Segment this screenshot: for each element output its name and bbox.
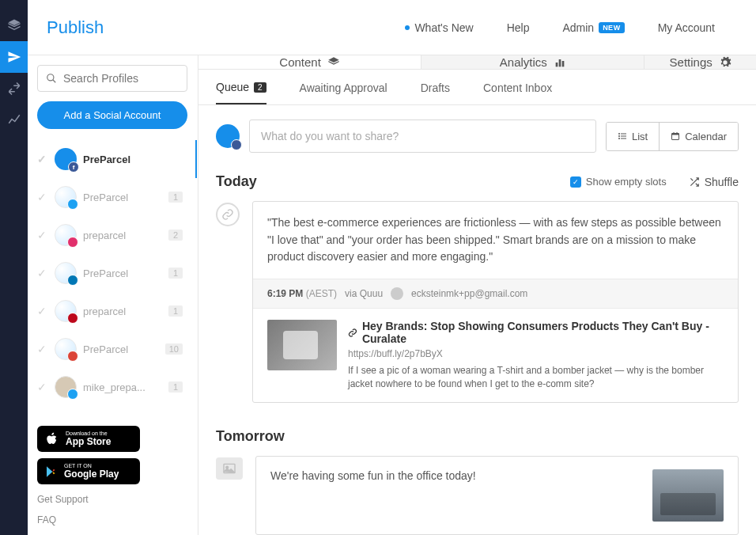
- avatar: [55, 186, 77, 208]
- list-view-button[interactable]: List: [607, 123, 659, 150]
- primary-tabs: Content Analytics Settings: [198, 55, 756, 70]
- tab-content-inbox[interactable]: Content Inbox: [483, 81, 552, 104]
- svg-point-4: [618, 133, 620, 135]
- google-play-button[interactable]: GET IT ONGoogle Play: [37, 458, 140, 484]
- tab-queue[interactable]: Queue 2: [216, 81, 266, 104]
- calendar-icon: [671, 131, 680, 141]
- link-title: Hey Brands: Stop Showing Consumers Produ…: [348, 320, 724, 345]
- post-text: We're having some fun in the office toda…: [270, 469, 641, 482]
- queue-post-2: We're having some fun in the office toda…: [198, 456, 756, 535]
- composer-row: What do you want to share? List Calendar: [198, 105, 756, 167]
- whats-new-link[interactable]: What's New: [405, 21, 473, 34]
- svg-point-6: [618, 135, 620, 137]
- svg-rect-13: [677, 132, 678, 135]
- post-image-thumbnail: [652, 469, 724, 522]
- svg-rect-5: [621, 134, 626, 135]
- secondary-tabs: Queue 2 Awaiting Approval Drafts Content…: [198, 70, 756, 105]
- tab-settings[interactable]: Settings: [644, 55, 756, 69]
- profile-preparcel-tw[interactable]: ✓ PreParcel 1: [37, 178, 187, 216]
- svg-rect-7: [621, 136, 626, 137]
- profile-mike-tw[interactable]: ✓ mike_prepa... 1: [37, 368, 187, 406]
- new-badge: NEW: [599, 22, 625, 33]
- twitter-icon: [67, 199, 78, 210]
- profile-preparcel-pi[interactable]: ✓ preparcel 1: [37, 292, 187, 330]
- sidebar: Search Profiles Add a Social Account ✓ f…: [28, 55, 198, 535]
- queue-count-badge: 2: [254, 82, 266, 93]
- search-icon: [46, 73, 57, 84]
- nav-reply-icon[interactable]: [0, 73, 28, 104]
- svg-point-8: [618, 138, 620, 139]
- post-card[interactable]: We're having some fun in the office toda…: [255, 456, 739, 535]
- profile-preparcel-li[interactable]: ✓ PreParcel 1: [37, 254, 187, 292]
- check-icon: ✓: [37, 229, 48, 241]
- app-store-button[interactable]: Download on theApp Store: [37, 426, 140, 452]
- avatar: [55, 300, 77, 322]
- profile-preparcel-gp[interactable]: ✓ PreParcel 10: [37, 330, 187, 368]
- apple-icon: [45, 432, 59, 446]
- post-text: "The best e-commerce experiences are fri…: [253, 202, 738, 279]
- profile-preparcel-ig[interactable]: ✓ preparcel 2: [37, 216, 187, 254]
- shuffle-icon: [689, 176, 700, 188]
- link-url: https://buff.ly/2p7bByX: [348, 348, 724, 359]
- brand-title: Publish: [47, 17, 104, 38]
- tab-awaiting-approval[interactable]: Awaiting Approval: [300, 81, 387, 104]
- twitter-icon: [67, 389, 78, 400]
- tab-analytics[interactable]: Analytics: [421, 55, 644, 69]
- profile-preparcel-fb[interactable]: ✓ f PreParcel: [37, 140, 187, 178]
- check-icon: ✓: [37, 381, 48, 393]
- today-header: Today ✓ Show empty slots Shuffle: [198, 167, 756, 201]
- link-preview: Hey Brands: Stop Showing Consumers Produ…: [253, 308, 738, 402]
- header: Publish What's New Help Admin NEW My Acc…: [28, 0, 756, 55]
- tab-content[interactable]: Content: [198, 55, 421, 69]
- profile-list: ✓ f PreParcel ✓ PreParcel 1 ✓ preparcel: [37, 140, 187, 406]
- show-empty-slots-toggle[interactable]: ✓ Show empty slots: [570, 176, 667, 188]
- svg-rect-1: [555, 63, 558, 66]
- get-support-link[interactable]: Get Support: [37, 494, 187, 505]
- avatar: f: [55, 148, 77, 170]
- help-link[interactable]: Help: [507, 21, 530, 34]
- calendar-view-button[interactable]: Calendar: [659, 123, 738, 150]
- composer-input[interactable]: What do you want to share?: [249, 120, 596, 153]
- post-author-email: ecksteinmk+pp@gmail.com: [411, 288, 527, 299]
- nav-analyze-icon[interactable]: [0, 104, 28, 136]
- queue-post-1: "The best e-commerce experiences are fri…: [198, 201, 756, 422]
- avatar: [55, 224, 77, 246]
- shuffle-button[interactable]: Shuffle: [689, 176, 739, 188]
- checkbox-checked-icon: ✓: [570, 176, 581, 188]
- post-card[interactable]: "The best e-commerce experiences are fri…: [252, 201, 739, 403]
- add-social-account-button[interactable]: Add a Social Account: [37, 101, 187, 129]
- play-icon: [45, 465, 58, 478]
- my-account-link[interactable]: My Account: [658, 21, 715, 34]
- image-type-icon: [216, 457, 243, 480]
- link-type-icon: [216, 203, 240, 226]
- composer-avatar: [216, 124, 240, 148]
- svg-rect-2: [558, 59, 561, 66]
- svg-rect-3: [561, 61, 564, 66]
- facebook-icon: f: [68, 161, 79, 173]
- link-icon: [348, 328, 357, 338]
- gear-icon: [719, 56, 731, 69]
- faq-link[interactable]: FAQ: [37, 514, 187, 526]
- check-icon: ✓: [37, 305, 48, 317]
- tomorrow-title: Tomorrow: [216, 428, 285, 445]
- app-navbar: [0, 0, 28, 535]
- check-icon: ✓: [37, 267, 48, 279]
- tab-drafts[interactable]: Drafts: [421, 81, 450, 104]
- nav-stack-icon[interactable]: [0, 9, 28, 41]
- instagram-icon: [67, 237, 78, 248]
- facebook-icon: [231, 139, 242, 150]
- check-icon: ✓: [37, 343, 48, 355]
- whats-new-dot-icon: [405, 25, 410, 30]
- avatar: [55, 262, 77, 284]
- search-profiles-input[interactable]: Search Profiles: [37, 65, 187, 92]
- svg-rect-11: [672, 134, 679, 135]
- avatar: [55, 338, 77, 360]
- layers-icon: [327, 56, 340, 69]
- nav-publish-icon[interactable]: [0, 41, 28, 73]
- link-thumbnail: [267, 320, 337, 370]
- admin-link[interactable]: Admin NEW: [562, 21, 624, 34]
- today-title: Today: [216, 173, 257, 190]
- svg-point-0: [47, 74, 54, 81]
- avatar: [55, 376, 77, 398]
- via-source: via Quuu: [345, 288, 383, 299]
